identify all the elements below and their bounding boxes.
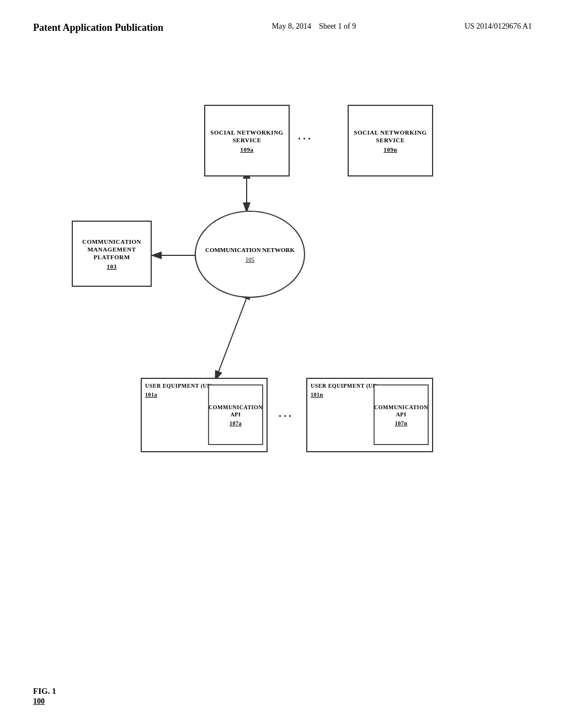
dots-ue: ...	[279, 407, 294, 420]
comm-network-id: 105	[246, 256, 255, 263]
comm-management-label: COMMUNICATIONMANAGEMENTPLATFORM	[82, 238, 141, 261]
comm-api-n-label: COMMUNICATIONAPI	[374, 404, 428, 418]
arrow-network-to-ue-a	[215, 298, 247, 381]
comm-api-n-box: COMMUNICATIONAPI 107n	[374, 384, 429, 445]
comm-api-a-id: 107a	[230, 420, 242, 426]
ue-a-outer-box: USER EQUIPMENT (UE) 101a COMMUNICATIONAP…	[141, 378, 268, 452]
social-network-n-id: 109n	[383, 146, 397, 153]
comm-management-box: COMMUNICATIONMANAGEMENTPLATFORM 103	[72, 221, 152, 287]
social-network-n-box: SOCIAL NETWORKINGSERVICE 109n	[348, 105, 433, 176]
comm-api-n-id: 107n	[395, 420, 408, 426]
comm-network-label: COMMUNICATION NETWORK	[205, 246, 295, 254]
page-header: Patent Application Publication May 8, 20…	[33, 22, 532, 34]
social-network-a-id: 109a	[241, 146, 254, 153]
dots-sns: ...	[298, 130, 313, 142]
publication-date: May 8, 2014	[272, 22, 311, 30]
social-network-a-box: SOCIAL NETWORKINGSERVICE 109a	[204, 105, 290, 176]
social-network-a-label: SOCIAL NETWORKINGSERVICE	[210, 129, 283, 144]
publication-number: US 2014/0129676 A1	[465, 22, 532, 31]
social-network-n-label: SOCIAL NETWORKINGSERVICE	[354, 129, 427, 144]
ue-n-outer-box: USER EQUIPMENT (UE) 101n COMMUNICATIONAP…	[306, 378, 433, 452]
figure-label: FIG. 1 100	[33, 687, 56, 706]
comm-api-a-label: COMMUNICATIONAPI	[209, 404, 263, 418]
page: Patent Application Publication May 8, 20…	[0, 0, 565, 728]
fig-title: FIG. 1	[33, 687, 56, 695]
publication-sheet: Sheet 1 of 9	[319, 22, 356, 30]
diagram-area: SOCIAL NETWORKINGSERVICE 109a ... SOCIAL…	[33, 72, 532, 662]
fig-number: 100	[33, 697, 56, 706]
comm-management-id: 103	[107, 263, 117, 270]
comm-api-a-box: COMMUNICATIONAPI 107a	[208, 384, 263, 445]
publication-title: Patent Application Publication	[33, 22, 163, 34]
comm-network-ellipse: COMMUNICATION NETWORK 105	[195, 211, 305, 298]
publication-date-sheet: May 8, 2014 Sheet 1 of 9	[272, 22, 356, 31]
